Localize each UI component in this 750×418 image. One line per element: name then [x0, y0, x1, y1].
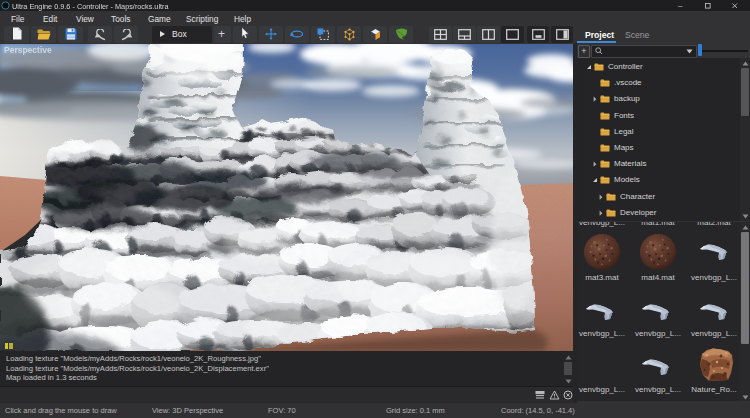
svg-text:Perspective: Perspective: [4, 45, 52, 55]
